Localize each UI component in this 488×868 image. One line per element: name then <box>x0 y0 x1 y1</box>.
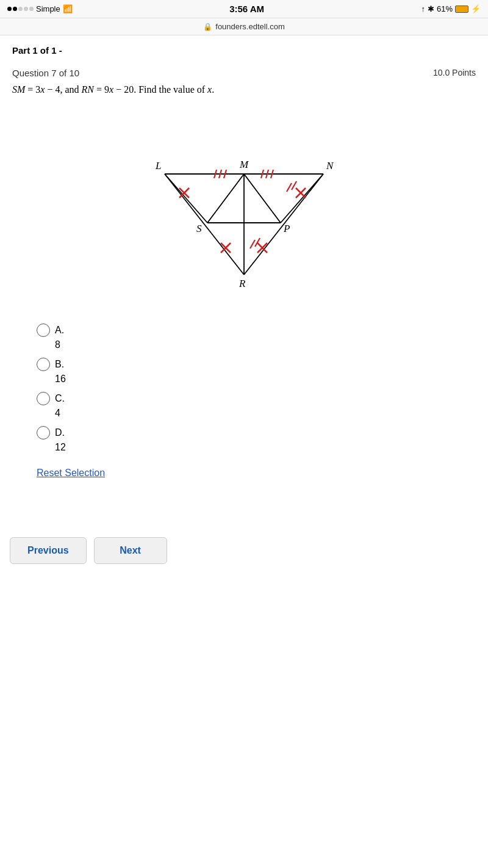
battery-info: ↑ ✱ 61% ⚡ <box>421 4 481 13</box>
next-button[interactable]: Next <box>94 537 167 564</box>
choice-C-label: C. <box>55 393 65 404</box>
url-text: founders.edtell.com <box>215 22 284 31</box>
question-number: Question 7 of 10 <box>12 68 79 78</box>
dot3 <box>18 7 23 11</box>
battery-icon <box>455 5 468 13</box>
location-icon: ↑ <box>421 4 425 13</box>
dot1 <box>7 7 12 11</box>
geometry-diagram: L M N S P R <box>128 110 360 305</box>
label-S: S <box>196 223 202 234</box>
radio-D[interactable] <box>37 426 50 439</box>
choice-B-value: 16 <box>55 374 476 385</box>
label-N: N <box>326 160 334 172</box>
points-label: 10.0 Points <box>433 68 476 78</box>
radio-C[interactable] <box>37 392 50 405</box>
svg-line-25 <box>250 240 255 248</box>
label-R: R <box>239 278 246 289</box>
dot2 <box>13 7 17 11</box>
choice-D-label: D. <box>55 427 65 438</box>
question-header: Question 7 of 10 10.0 Points <box>12 68 476 78</box>
choice-D-value: 12 <box>55 442 476 453</box>
svg-line-8 <box>244 174 281 223</box>
dot5 <box>29 7 34 11</box>
url-bar: 🔒 founders.edtell.com <box>0 18 488 35</box>
choice-C-row[interactable]: C. <box>37 392 476 405</box>
radio-A[interactable] <box>37 324 50 337</box>
carrier-info: Simple 📶 <box>7 4 73 13</box>
diagram-container: L M N S P R <box>12 110 476 305</box>
question-text: SM = 3x − 4, and RN = 9x − 20. Find the … <box>12 82 476 98</box>
battery-percent: 61% <box>437 4 453 13</box>
main-content: Part 1 of 1 - Question 7 of 10 10.0 Poin… <box>0 35 488 488</box>
choice-A-row[interactable]: A. <box>37 324 476 337</box>
label-L: L <box>155 160 161 172</box>
reset-selection-button[interactable]: Reset Selection <box>37 468 105 479</box>
bluetooth-icon: ✱ <box>428 4 434 13</box>
status-time: 3:56 AM <box>229 4 264 14</box>
status-bar: Simple 📶 3:56 AM ↑ ✱ 61% ⚡ <box>0 0 488 18</box>
label-P: P <box>283 223 290 234</box>
previous-button[interactable]: Previous <box>10 537 87 564</box>
svg-line-7 <box>207 174 244 223</box>
part-label: Part 1 of 1 - <box>12 45 476 56</box>
choice-C-value: 4 <box>55 408 476 419</box>
carrier-name: Simple <box>36 4 60 13</box>
answer-choices: A. 8 B. 16 C. 4 D. 12 <box>37 324 476 453</box>
lock-icon: 🔒 <box>203 23 212 31</box>
radio-B[interactable] <box>37 358 50 371</box>
nav-buttons: Previous Next <box>0 525 488 576</box>
choice-A-value: 8 <box>55 339 476 350</box>
wifi-icon: 📶 <box>63 4 73 13</box>
choice-D-row[interactable]: D. <box>37 426 476 439</box>
charge-icon: ⚡ <box>471 4 481 13</box>
svg-line-19 <box>287 183 292 192</box>
choice-A-label: A. <box>55 325 64 336</box>
choice-B-label: B. <box>55 359 64 370</box>
label-M: M <box>239 159 249 170</box>
signal-dots <box>7 7 34 11</box>
dot4 <box>24 7 28 11</box>
choice-B-row[interactable]: B. <box>37 358 476 371</box>
